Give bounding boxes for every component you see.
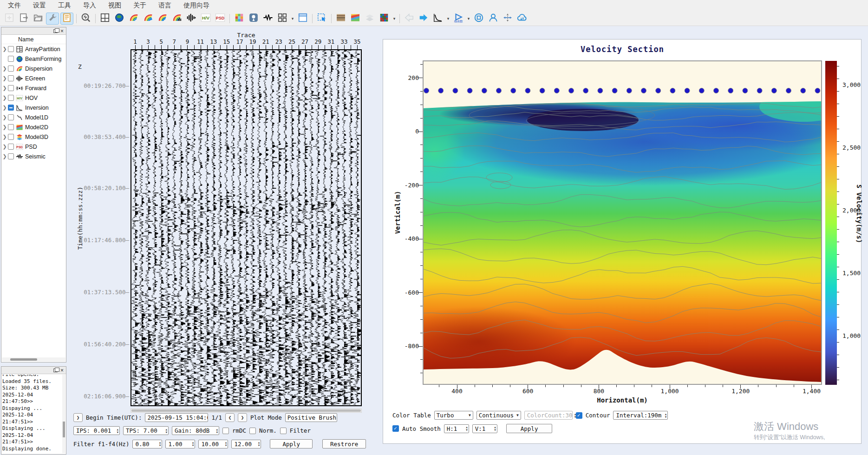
grid-four-button[interactable] bbox=[276, 13, 289, 25]
rainbow-extract-button[interactable] bbox=[156, 13, 169, 25]
beamforming-globe-button[interactable] bbox=[113, 13, 126, 25]
filter-checkbox[interactable] bbox=[280, 428, 287, 434]
tree-hscrollbar[interactable] bbox=[2, 357, 65, 362]
gain-spinbox[interactable]: Gain: 80dB▲▼ bbox=[172, 426, 219, 435]
tree-item-inversion[interactable]: ❯Inversion bbox=[1, 103, 66, 112]
dispersion-rainbow-button[interactable] bbox=[127, 13, 140, 25]
color-count-spinbox[interactable]: ColorCount:30▲▼ bbox=[524, 411, 573, 420]
new-button[interactable] bbox=[3, 13, 16, 25]
select-rect-button[interactable] bbox=[315, 13, 328, 25]
chevron-right-icon[interactable]: ❯ bbox=[1, 75, 8, 81]
tree-checkbox[interactable] bbox=[8, 85, 14, 91]
norm-checkbox[interactable] bbox=[249, 428, 256, 434]
color-grid-button[interactable] bbox=[233, 13, 246, 25]
kernel-play-dropdown-caret[interactable]: ▾ bbox=[466, 16, 471, 21]
waveform-bars-button[interactable] bbox=[185, 13, 198, 25]
ips-spinbox[interactable]: IPS: 0.001▲▼ bbox=[73, 426, 120, 435]
rainbow-pick-button[interactable] bbox=[142, 13, 155, 25]
chevron-right-icon[interactable]: ❯ bbox=[1, 134, 8, 140]
rmdc-checkbox[interactable] bbox=[222, 428, 229, 434]
model2d-image-button[interactable] bbox=[349, 13, 362, 25]
tree-checkbox[interactable] bbox=[8, 95, 14, 101]
seismic-hscrollbar[interactable] bbox=[131, 409, 362, 413]
contour-interval-spinbox[interactable]: Interval:190m▲▼ bbox=[613, 411, 668, 420]
checker-button[interactable] bbox=[378, 13, 391, 25]
color-table-select[interactable]: Turbo▼ bbox=[434, 411, 473, 420]
lcurve-button[interactable] bbox=[431, 13, 444, 25]
tree-checkbox[interactable] bbox=[8, 46, 14, 52]
tree-checkbox[interactable] bbox=[8, 66, 14, 72]
menu-item-6[interactable]: 关于 bbox=[127, 1, 152, 10]
tree-item-psd[interactable]: ❯PSDPSD bbox=[1, 142, 66, 152]
tree-item-egreen[interactable]: ❯EGreen bbox=[1, 73, 66, 83]
smooth-h-spinbox[interactable]: H:1▲▼ bbox=[444, 424, 469, 433]
lcurve-dropdown-caret[interactable]: ▾ bbox=[446, 16, 450, 21]
auto-smooth-checkbox[interactable] bbox=[392, 425, 399, 432]
plot-mode-select[interactable]: Positive Brush▼ bbox=[285, 413, 337, 422]
cloud-sync-button[interactable] bbox=[516, 13, 529, 25]
tree-item-model3d[interactable]: ❯Model3D bbox=[1, 132, 66, 142]
tree-item-hov[interactable]: ❯H/VHOV bbox=[1, 93, 66, 103]
f4-spinbox[interactable]: 12.00▲▼ bbox=[231, 440, 261, 448]
contour-checkbox[interactable] bbox=[576, 412, 582, 419]
chevron-right-icon[interactable]: ❯ bbox=[1, 85, 8, 91]
tree-item-seismic[interactable]: ❯Seismic bbox=[1, 152, 66, 161]
open-folder-button[interactable] bbox=[32, 13, 45, 25]
map-pin-button[interactable] bbox=[247, 13, 260, 25]
kernel-play-button[interactable]: 核函数 bbox=[452, 13, 465, 25]
seismic-wave-button[interactable] bbox=[261, 13, 274, 25]
tree-item-forward[interactable]: ❯Forward bbox=[1, 83, 66, 93]
expander-button[interactable]: ❯ bbox=[73, 413, 83, 422]
f1-spinbox[interactable]: 0.80▲▼ bbox=[132, 440, 162, 448]
menu-item-1[interactable]: 文件 bbox=[2, 1, 27, 10]
velocity-section-plot[interactable] bbox=[423, 60, 822, 385]
f2-spinbox[interactable]: 1.00▲▼ bbox=[165, 440, 195, 448]
layout-grid-button[interactable] bbox=[98, 13, 111, 25]
tree-checkbox[interactable] bbox=[8, 56, 14, 62]
tree-item-dispersion[interactable]: ❯Dispersion bbox=[1, 64, 66, 73]
checker-dropdown-caret[interactable]: ▾ bbox=[392, 16, 397, 21]
menu-item-8[interactable]: 使用向导 bbox=[177, 1, 215, 10]
menu-item-4[interactable]: 导入 bbox=[77, 1, 102, 10]
float-panel-icon[interactable] bbox=[53, 369, 58, 372]
chevron-right-icon[interactable]: ❯ bbox=[1, 114, 8, 120]
tree-checkbox[interactable] bbox=[8, 134, 14, 140]
layers-button[interactable] bbox=[363, 13, 376, 25]
tree-item-arraypartition[interactable]: ❯ArrayPartition bbox=[1, 44, 66, 54]
tree-checkbox[interactable] bbox=[8, 75, 14, 81]
close-icon[interactable]: × bbox=[60, 29, 64, 33]
user-button[interactable] bbox=[487, 13, 500, 25]
seismic-image-button[interactable] bbox=[334, 13, 347, 25]
color-mode-select[interactable]: Continuous▼ bbox=[476, 411, 521, 420]
rainbow-forward-button[interactable] bbox=[170, 13, 183, 25]
hv-button[interactable]: H/V bbox=[199, 13, 212, 25]
tree-item-model1d[interactable]: ❯Model1D bbox=[1, 112, 66, 122]
settings-wrench-button[interactable] bbox=[46, 13, 59, 25]
back-arrow-button[interactable] bbox=[403, 13, 416, 25]
tree-checkbox[interactable] bbox=[8, 114, 14, 120]
tree-checkbox[interactable] bbox=[8, 153, 14, 159]
chevron-right-icon[interactable]: ❯ bbox=[1, 124, 8, 130]
menu-item-5[interactable]: 视图 bbox=[102, 1, 127, 10]
tree-checkbox[interactable] bbox=[8, 144, 14, 150]
float-panel-icon[interactable] bbox=[53, 29, 58, 33]
tree-checkbox[interactable] bbox=[8, 124, 14, 130]
chevron-right-icon[interactable]: ❯ bbox=[1, 66, 8, 72]
zoom-wave-button[interactable] bbox=[79, 13, 92, 25]
tree-checkbox[interactable] bbox=[8, 105, 14, 111]
stop-circle-button[interactable] bbox=[472, 13, 485, 25]
pan-arrows-button[interactable] bbox=[501, 13, 514, 25]
restore-button[interactable]: Restrore bbox=[322, 439, 366, 448]
chevron-right-icon[interactable]: ❯ bbox=[1, 95, 8, 101]
next-page-button[interactable]: ❯ bbox=[238, 413, 247, 422]
window-button[interactable] bbox=[296, 13, 309, 25]
forward-arrow-button[interactable] bbox=[417, 13, 430, 25]
menu-item-2[interactable]: 设置 bbox=[27, 1, 52, 10]
chevron-right-icon[interactable]: ❯ bbox=[1, 105, 8, 111]
chevron-right-icon[interactable]: ❯ bbox=[1, 46, 8, 52]
export-page-button[interactable] bbox=[17, 13, 30, 25]
menu-item-3[interactable]: 工具 bbox=[52, 1, 77, 10]
psd-button[interactable]: PSD bbox=[214, 13, 227, 25]
menu-item-7[interactable]: 语言 bbox=[152, 1, 177, 10]
begin-time-select[interactable]: 2025-09-15 15:04:0▼ bbox=[145, 413, 208, 422]
